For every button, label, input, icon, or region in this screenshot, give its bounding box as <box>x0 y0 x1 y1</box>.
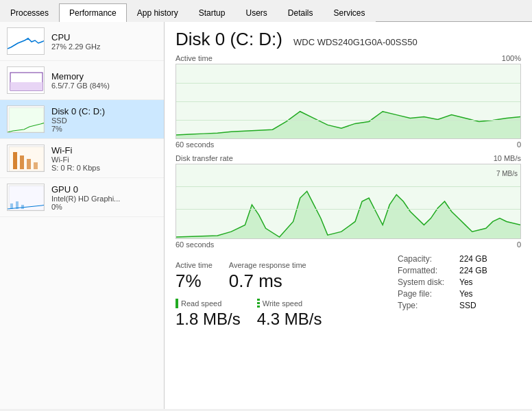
sidebar-item-cpu[interactable]: CPU 27% 2.29 GHz <box>0 22 164 61</box>
svg-rect-11 <box>21 205 24 209</box>
cpu-label: CPU <box>51 32 101 42</box>
wifi-thumbnail <box>7 145 45 172</box>
avg-response-stat: Average response time 0.7 ms <box>229 261 306 292</box>
transfer-rate-chart-footer: 60 seconds 0 <box>176 240 521 249</box>
active-time-footer-right: 0 <box>517 140 521 149</box>
capacity-key: Capacity: <box>398 254 459 264</box>
bottom-left: Active time 7% Average response time 0.7… <box>176 254 387 329</box>
gpu-thumbnail <box>7 184 45 211</box>
sidebar-item-memory[interactable]: Memory 6.5/7.7 GB (84%) <box>0 61 164 100</box>
sidebar-item-wifi[interactable]: Wi-Fi Wi-Fi S: 0 R: 0 Kbps <box>0 139 164 178</box>
svg-rect-7 <box>34 162 38 169</box>
svg-rect-5 <box>20 155 24 169</box>
sidebar-item-disk0[interactable]: Disk 0 (C: D:) SSD 7% <box>0 100 164 139</box>
page-file-key: Page file: <box>398 289 459 299</box>
svg-rect-1 <box>10 82 43 90</box>
info-table: Capacity: 224 GB Formatted: 224 GB Syste… <box>398 254 521 310</box>
tab-app-history[interactable]: App history <box>127 3 189 22</box>
grid-line-2 <box>176 101 520 102</box>
tab-processes[interactable]: Processes <box>0 3 59 22</box>
tab-services[interactable]: Services <box>324 3 376 22</box>
transfer-rate-svg <box>176 164 520 238</box>
active-time-chart-footer: 60 seconds 0 <box>176 140 521 149</box>
write-speed-label-row: Write speed <box>257 299 322 308</box>
system-disk-key: System disk: <box>398 277 459 287</box>
system-disk-val: Yes <box>459 277 473 287</box>
capacity-val: 224 GB <box>459 254 487 264</box>
active-time-stat-value: 7% <box>176 271 213 292</box>
active-time-chart <box>176 64 521 139</box>
active-time-label: Active time <box>176 54 213 62</box>
transfer-rate-7mbs: 7 MB/s <box>496 170 518 177</box>
wifi-info: Wi-Fi Wi-Fi S: 0 R: 0 Kbps <box>51 145 100 172</box>
formatted-row: Formatted: 224 GB <box>398 266 521 275</box>
memory-label: Memory <box>51 71 110 82</box>
gpu0-sublabel: Intel(R) HD Graphi... <box>51 195 120 203</box>
write-speed-value: 4.3 MB/s <box>257 310 322 329</box>
transfer-rate-footer-right: 0 <box>517 240 521 249</box>
read-speed-label-row: Read speed <box>176 299 241 308</box>
sidebar: CPU 27% 2.29 GHz Memory 6.5/7.7 GB (84%) <box>0 22 165 409</box>
gpu0-label: GPU 0 <box>51 184 120 195</box>
tab-startup[interactable]: Startup <box>189 3 236 22</box>
transfer-rate-max: 10 MB/s <box>494 154 521 162</box>
type-row: Type: SSD <box>398 301 521 310</box>
wifi-sublabel2: S: 0 R: 0 Kbps <box>51 164 100 172</box>
write-speed-block: Write speed 4.3 MB/s <box>257 299 322 329</box>
bottom-right: Capacity: 224 GB Formatted: 224 GB Syste… <box>398 254 521 329</box>
tab-bar: Processes Performance App history Startu… <box>0 0 532 22</box>
speed-row: Read speed 1.8 MB/s Write speed 4.3 MB/s <box>176 299 387 329</box>
tab-performance[interactable]: Performance <box>59 3 127 22</box>
sidebar-item-gpu0[interactable]: GPU 0 Intel(R) HD Graphi... 0% <box>0 178 164 217</box>
svg-rect-10 <box>16 201 19 209</box>
svg-marker-13 <box>176 191 520 238</box>
active-time-stat: Active time 7% <box>176 261 213 292</box>
transfer-rate-footer-left: 60 seconds <box>176 240 214 249</box>
stats-row: Active time 7% Average response time 0.7… <box>176 261 387 292</box>
grid-line-4 <box>176 186 520 187</box>
wifi-sublabel: Wi-Fi <box>51 155 100 164</box>
gpu0-info: GPU 0 Intel(R) HD Graphi... 0% <box>51 184 120 211</box>
cpu-sublabel: 27% 2.29 GHz <box>51 42 101 51</box>
disk-thumbnail <box>7 105 45 133</box>
memory-sublabel: 6.5/7.7 GB (84%) <box>51 82 110 90</box>
read-speed-value: 1.8 MB/s <box>176 310 241 329</box>
wifi-label: Wi-Fi <box>51 145 100 155</box>
tab-users[interactable]: Users <box>235 3 277 22</box>
main-area: CPU 27% 2.29 GHz Memory 6.5/7.7 GB (84%) <box>0 22 532 409</box>
memory-info: Memory 6.5/7.7 GB (84%) <box>51 71 110 90</box>
page-file-val: Yes <box>459 289 473 299</box>
disk-model: WDC WDS240G1G0A-00SS50 <box>293 37 418 47</box>
active-time-stat-label: Active time <box>176 261 213 269</box>
bottom-section: Active time 7% Average response time 0.7… <box>176 254 521 329</box>
write-speed-label: Write speed <box>263 299 303 308</box>
type-val: SSD <box>459 301 476 310</box>
grid-line-3 <box>176 120 520 121</box>
active-time-chart-section: Active time 100% 60 seconds 0 <box>176 54 521 149</box>
avg-response-value: 0.7 ms <box>229 271 306 292</box>
tab-details[interactable]: Details <box>278 3 324 22</box>
grid-line-5 <box>176 209 520 210</box>
active-time-100pct: 100% <box>502 54 521 62</box>
svg-marker-12 <box>176 112 520 138</box>
active-time-chart-header: Active time 100% <box>176 54 521 62</box>
memory-thumbnail <box>7 66 45 94</box>
active-time-footer-left: 60 seconds <box>176 140 214 149</box>
disk-name: Disk 0 (C: D:) <box>176 29 282 50</box>
disk0-sublabel: SSD <box>51 116 105 125</box>
disk0-sublabel2: 7% <box>51 125 105 133</box>
transfer-rate-label: Disk transfer rate <box>176 154 233 162</box>
content-title: Disk 0 (C: D:) WDC WDS240G1G0A-00SS50 <box>176 29 521 50</box>
transfer-rate-chart: 7 MB/s <box>176 164 521 239</box>
disk0-info: Disk 0 (C: D:) SSD 7% <box>51 106 105 133</box>
formatted-val: 224 GB <box>459 266 487 275</box>
formatted-key: Formatted: <box>398 266 459 275</box>
transfer-rate-chart-header: Disk transfer rate 10 MB/s <box>176 154 521 162</box>
svg-rect-8 <box>9 186 44 210</box>
content-area: Disk 0 (C: D:) WDC WDS240G1G0A-00SS50 Ac… <box>165 22 532 409</box>
svg-rect-9 <box>10 203 13 209</box>
read-speed-label: Read speed <box>181 299 221 308</box>
capacity-row: Capacity: 224 GB <box>398 254 521 264</box>
svg-rect-6 <box>27 159 31 169</box>
avg-response-label: Average response time <box>229 261 306 269</box>
